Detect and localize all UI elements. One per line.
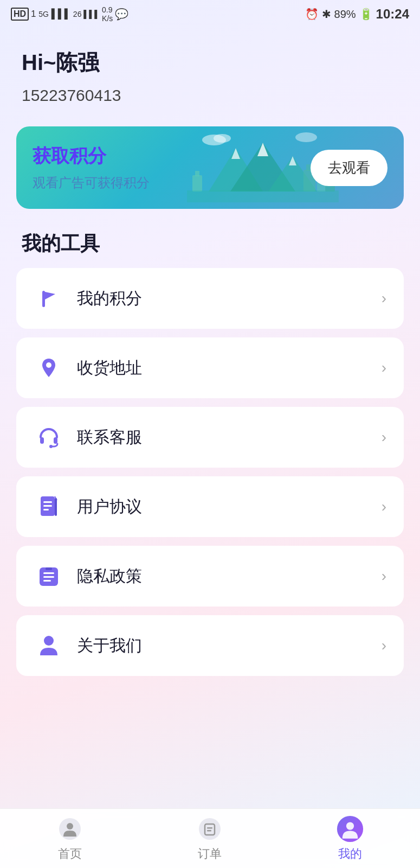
menu-label-support: 联系客服 [77, 426, 382, 449]
svg-rect-28 [43, 576, 54, 578]
svg-rect-30 [46, 567, 52, 570]
svg-point-20 [49, 445, 53, 448]
list-icon [34, 561, 64, 591]
svg-rect-24 [43, 505, 52, 507]
banner-subtitle: 观看广告可获得积分 [33, 174, 150, 192]
profile-phone: 15223760413 [22, 86, 398, 105]
nav-item-mine[interactable]: 我的 [280, 815, 420, 862]
banner-title: 获取积分 [33, 144, 150, 169]
doc-icon [34, 492, 64, 522]
svg-point-34 [199, 818, 221, 840]
svg-rect-16 [42, 291, 45, 307]
profile-greeting: Hi~陈强 [22, 48, 398, 78]
status-left-icons: HD 1 5G ▌▌▌ 26 ▌▌▌ 0.9K/s 💬 [11, 5, 128, 23]
svg-point-15 [295, 132, 317, 142]
svg-rect-22 [55, 498, 57, 516]
arrow-icon-points: › [382, 290, 386, 307]
mine-nav-icon [337, 815, 364, 843]
menu-item-privacy[interactable]: 隐私政策 › [16, 546, 404, 607]
alarm-icon: ⏰ [305, 8, 319, 21]
person-icon [34, 630, 64, 661]
arrow-icon-about: › [382, 637, 386, 654]
svg-rect-18 [40, 437, 44, 444]
speed-text: 0.9K/s [102, 5, 113, 23]
nav-item-orders[interactable]: 订单 [140, 815, 280, 862]
home-nav-label: 首页 [58, 846, 82, 862]
menu-label-address: 收货地址 [77, 357, 382, 379]
menu-label-privacy: 隐私政策 [77, 565, 382, 588]
svg-rect-23 [43, 501, 52, 503]
time-display: 10:24 [376, 7, 409, 22]
banner-watch-button[interactable]: 去观看 [311, 150, 387, 186]
points-banner[interactable]: 获取积分 观看广告可获得积分 去观看 [16, 126, 404, 209]
network-icons: 1 5G ▌▌▌ [31, 9, 71, 20]
svg-point-14 [214, 134, 231, 143]
svg-rect-25 [43, 509, 49, 510]
banner-section: 获取积分 观看广告可获得积分 去观看 [0, 116, 420, 225]
home-nav-icon [56, 815, 83, 843]
menu-label-about: 关于我们 [77, 635, 382, 657]
wechat-icon: 💬 [115, 8, 128, 21]
flag-icon [34, 283, 64, 314]
svg-rect-36 [207, 827, 212, 829]
svg-point-33 [67, 823, 73, 829]
profile-section: Hi~陈强 15223760413 [0, 26, 420, 116]
nav-item-home[interactable]: 首页 [0, 815, 140, 862]
arrow-icon-agreement: › [382, 498, 386, 515]
svg-rect-37 [207, 830, 211, 832]
menu-label-points: 我的积分 [77, 288, 382, 310]
status-right-icons: ⏰ ✱ 89% 🔋 10:24 [305, 7, 409, 22]
headphone-icon [34, 422, 64, 452]
svg-point-39 [346, 822, 354, 829]
status-bar: HD 1 5G ▌▌▌ 26 ▌▌▌ 0.9K/s 💬 ⏰ ✱ 89% 🔋 10… [0, 0, 420, 26]
svg-rect-6 [192, 175, 202, 192]
menu-item-agreement[interactable]: 用户协议 › [16, 476, 404, 537]
svg-rect-7 [195, 171, 199, 176]
arrow-icon-support: › [382, 429, 386, 446]
banner-text: 获取积分 观看广告可获得积分 [33, 144, 150, 192]
tools-section-title: 我的工具 [0, 225, 420, 268]
arrow-icon-address: › [382, 359, 386, 376]
menu-list: 我的积分 › 收货地址 › 联系客服 › [0, 268, 420, 676]
orders-nav-icon [196, 815, 223, 843]
battery-icon: 🔋 [359, 8, 373, 21]
svg-rect-29 [43, 580, 51, 582]
location-icon [34, 353, 64, 383]
menu-item-support[interactable]: 联系客服 › [16, 407, 404, 468]
bottom-navigation: 首页 订单 [0, 808, 420, 868]
arrow-icon-privacy: › [382, 567, 386, 585]
hd-icon: HD [11, 8, 29, 21]
svg-point-17 [46, 362, 51, 368]
menu-label-agreement: 用户协议 [77, 496, 382, 518]
mine-nav-label: 我的 [338, 846, 362, 862]
menu-item-address[interactable]: 收货地址 › [16, 337, 404, 398]
bluetooth-icon: ✱ [322, 8, 331, 21]
menu-item-points[interactable]: 我的积分 › [16, 268, 404, 329]
menu-item-about[interactable]: 关于我们 › [16, 615, 404, 676]
battery-percent: 89% [334, 8, 356, 21]
orders-nav-label: 订单 [198, 846, 222, 862]
svg-point-31 [44, 636, 54, 646]
svg-rect-27 [43, 572, 54, 574]
signal-2g: 26 ▌▌▌ [73, 10, 100, 18]
svg-rect-12 [187, 190, 339, 202]
